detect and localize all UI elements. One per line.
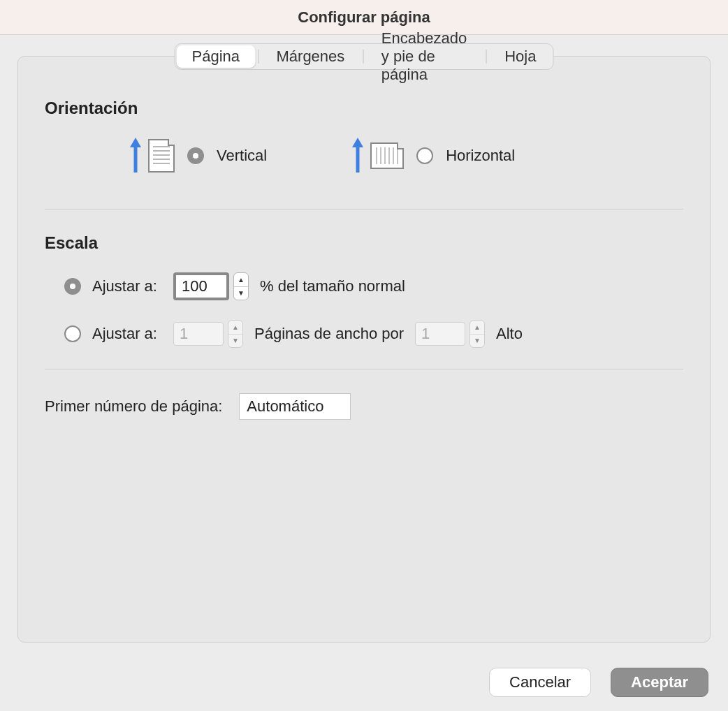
ok-button-label: Aceptar (631, 673, 688, 691)
orientation-vertical-radio[interactable] (187, 147, 204, 164)
scale-fit-tall-label: Alto (496, 325, 523, 343)
chevron-up-icon[interactable]: ▲ (234, 273, 248, 286)
first-page-row: Primer número de página: Automático (45, 393, 683, 420)
scale-fit-tall-input[interactable]: 1 (415, 322, 465, 346)
first-page-label: Primer número de página: (45, 397, 222, 416)
scale-fit-radio[interactable] (64, 325, 81, 342)
orientation-vertical-option[interactable]: Vertical (129, 138, 267, 174)
chevron-up-icon[interactable]: ▲ (470, 321, 484, 334)
tab-page[interactable]: Página (177, 45, 256, 68)
scale-fit-tall-value: 1 (421, 325, 430, 343)
tab-bar: Página Márgenes Encabezado y pie de pági… (175, 43, 554, 70)
svg-marker-1 (130, 138, 141, 147)
orientation-options: Vertical Horizontal (45, 138, 683, 174)
scale-adjust-stepper-buttons[interactable]: ▲ ▼ (233, 272, 249, 300)
first-page-input[interactable]: Automático (239, 393, 351, 420)
orientation-horizontal-label: Horizontal (446, 147, 515, 165)
window-title: Configurar página (0, 0, 728, 35)
divider (45, 209, 683, 210)
scale-fit-wide-input[interactable]: 1 (173, 322, 224, 346)
landscape-page-icon (370, 142, 404, 169)
dialog-footer: Cancelar Aceptar (489, 668, 708, 697)
scale-adjust-label: Ajustar a: (92, 277, 162, 295)
scale-fit-tall-stepper-buttons[interactable]: ▲ ▼ (469, 320, 485, 348)
chevron-up-icon[interactable]: ▲ (228, 321, 242, 334)
tab-sheet[interactable]: Hoja (489, 45, 551, 68)
portrait-page-icon (148, 139, 175, 173)
chevron-down-icon[interactable]: ▼ (228, 334, 242, 348)
scale-adjust-radio[interactable] (64, 278, 81, 295)
page-panel: Página Márgenes Encabezado y pie de pági… (17, 56, 711, 643)
scale-fit-wide-stepper: 1 ▲ ▼ (173, 320, 243, 348)
scale-adjust-row: Ajustar a: 100 ▲ ▼ % del tamaño normal (45, 272, 683, 300)
scale-adjust-stepper: 100 ▲ ▼ (173, 272, 249, 300)
tab-header-footer-label: Encabezado y pie de página (381, 29, 468, 84)
scale-fit-wide-stepper-buttons[interactable]: ▲ ▼ (228, 320, 243, 348)
scale-adjust-input[interactable]: 100 (173, 272, 229, 300)
scale-adjust-suffix: % del tamaño normal (260, 277, 405, 295)
orientation-horizontal-option[interactable]: Horizontal (351, 138, 515, 174)
svg-marker-3 (352, 138, 363, 147)
tab-sheet-label: Hoja (504, 47, 536, 66)
landscape-icon (351, 138, 404, 174)
scale-adjust-value: 100 (182, 277, 208, 295)
scale-fit-row: Ajustar a: 1 ▲ ▼ Páginas de ancho por 1 … (45, 320, 683, 348)
scale-heading: Escala (45, 233, 683, 253)
window-title-text: Configurar página (298, 8, 430, 27)
chevron-down-icon[interactable]: ▼ (470, 334, 484, 348)
cancel-button-label: Cancelar (509, 673, 571, 691)
chevron-down-icon[interactable]: ▼ (234, 286, 248, 300)
tab-margins-label: Márgenes (277, 47, 345, 66)
scale-fit-tall-stepper: 1 ▲ ▼ (415, 320, 485, 348)
cancel-button[interactable]: Cancelar (489, 668, 591, 697)
orientation-vertical-label: Vertical (217, 147, 267, 165)
tab-header-footer[interactable]: Encabezado y pie de página (366, 45, 483, 68)
portrait-icon (129, 138, 175, 174)
tab-margins[interactable]: Márgenes (261, 45, 361, 68)
orientation-horizontal-radio[interactable] (416, 147, 433, 164)
tab-page-label: Página (192, 47, 240, 66)
ok-button[interactable]: Aceptar (611, 668, 708, 697)
orientation-heading: Orientación (45, 98, 683, 118)
scale-fit-wide-value: 1 (180, 325, 188, 343)
divider (45, 369, 683, 369)
scale-fit-mid-label: Páginas de ancho por (254, 325, 404, 343)
first-page-value: Automático (247, 397, 323, 416)
scale-fit-label: Ajustar a: (92, 325, 162, 343)
dialog-body: Página Márgenes Encabezado y pie de pági… (0, 35, 728, 643)
